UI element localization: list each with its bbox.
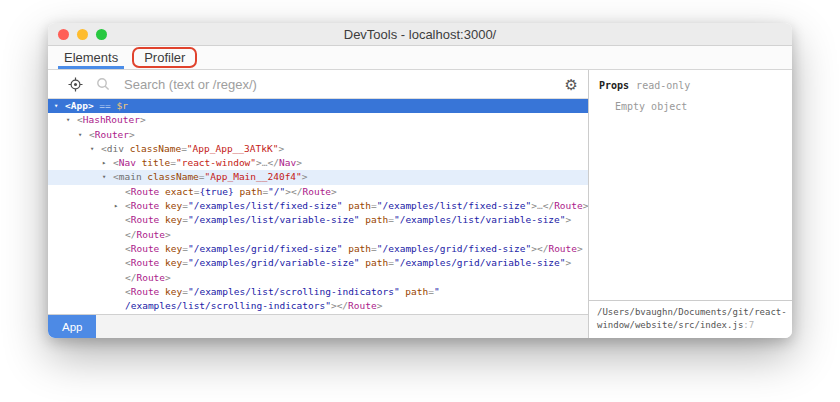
tree-row[interactable]: ▾<Router> (48, 128, 588, 142)
tree-row[interactable]: ▸<Nav title="react-window">…</Nav> (48, 156, 588, 170)
close-button[interactable] (58, 29, 69, 40)
expander-down-icon[interactable]: ▾ (66, 113, 77, 127)
tree-row[interactable]: </Route> (48, 228, 588, 242)
props-empty-text: Empty object (615, 101, 789, 112)
elements-pane: ⚙ ▾<App> == $r▾<HashRouter>▾<Router>▾<di… (48, 70, 588, 338)
props-mode-label: read-only (636, 80, 690, 91)
tab-elements-label: Elements (64, 50, 118, 65)
tree-row[interactable]: <Route key="/examples/list/scrolling-ind… (48, 285, 588, 299)
tab-profiler[interactable]: Profiler (140, 46, 189, 69)
tree-row[interactable]: ▾<div className="App_App__3ATkK"> (48, 142, 588, 156)
tree-row[interactable]: <Route key="/examples/list/variable-size… (48, 213, 588, 227)
breadcrumb-item-app[interactable]: App (48, 315, 96, 338)
minimize-button[interactable] (77, 29, 88, 40)
main-content: ⚙ ▾<App> == $r▾<HashRouter>▾<Router>▾<di… (48, 70, 792, 338)
tree-row[interactable]: </Route> (48, 271, 588, 285)
tree-row[interactable]: <Route key="/examples/grid/variable-size… (48, 256, 588, 270)
expander-down-icon[interactable]: ▾ (54, 99, 65, 113)
inspect-element-icon[interactable] (66, 75, 84, 93)
search-icon (94, 75, 112, 93)
expander-down-icon[interactable]: ▾ (78, 128, 89, 142)
zoom-button[interactable] (96, 29, 107, 40)
breadcrumb-bar: App (48, 314, 588, 338)
window-title: DevTools - localhost:3000/ (344, 27, 496, 42)
details-pane: Propsread-only Empty object /Users/bvaug… (589, 70, 792, 338)
source-path: /Users/bvaughn/Documents/git/react-windo… (597, 307, 787, 330)
props-title: Props (599, 80, 629, 91)
tree-row[interactable]: ▾<main className="App_Main__240f4"> (48, 170, 588, 184)
tree-row[interactable]: <Route key="/examples/grid/fixed-size" p… (48, 242, 588, 256)
settings-gear-icon[interactable]: ⚙ (565, 77, 578, 92)
tree-row[interactable]: ▸<Route key="/examples/list/fixed-size" … (48, 199, 588, 213)
expander-down-icon[interactable]: ▾ (90, 142, 101, 156)
expander-right-icon[interactable]: ▸ (114, 199, 125, 213)
tree-row[interactable]: ▾<HashRouter> (48, 113, 588, 127)
titlebar: DevTools - localhost:3000/ (48, 23, 792, 46)
devtools-window: DevTools - localhost:3000/ Elements Prof… (48, 23, 792, 338)
search-input[interactable] (122, 76, 555, 93)
tab-bar: Elements Profiler (48, 46, 792, 70)
tab-elements[interactable]: Elements (60, 46, 122, 69)
active-tab-underline (58, 66, 124, 69)
source-location[interactable]: /Users/bvaughn/Documents/git/react-windo… (589, 300, 792, 338)
expander-down-icon[interactable]: ▾ (102, 170, 113, 184)
component-tree: ▾<App> == $r▾<HashRouter>▾<Router>▾<div … (48, 99, 588, 314)
source-line-number: 7 (749, 320, 754, 330)
expander-right-icon[interactable]: ▸ (102, 156, 113, 170)
search-toolbar: ⚙ (48, 70, 588, 99)
tree-row[interactable]: <Route exact={true} path="/"></Route> (48, 185, 588, 199)
tree-row[interactable]: ▾<App> == $r (48, 99, 588, 113)
tree-row[interactable]: /examples/list/scrolling-indicators"></R… (48, 299, 588, 313)
traffic-lights (58, 23, 107, 45)
tab-profiler-label: Profiler (144, 50, 185, 65)
props-panel: Propsread-only Empty object (589, 70, 792, 300)
